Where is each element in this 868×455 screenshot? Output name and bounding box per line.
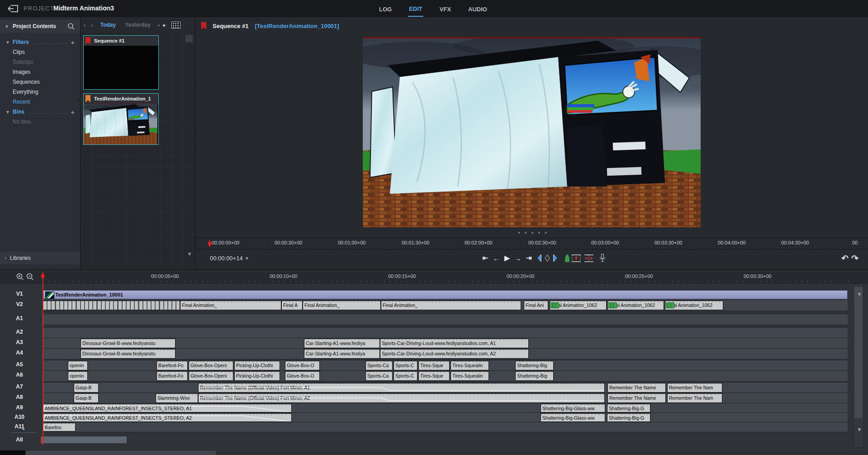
tile-view-icon[interactable] [171,22,180,29]
add-filters-icon[interactable]: + [71,38,75,46]
history-back-icon[interactable]: ‹ [84,22,85,29]
sidebar-section-filters[interactable]: ▼Filters+ [0,37,80,47]
clip-remember-the-name-official-video-fort-mi[interactable]: Remember The Name (Official Video) Fort … [198,393,605,403]
clip-glove-box-o[interactable]: Glove-Box-O [285,361,320,370]
track-lane-a1[interactable] [43,314,848,325]
track-lane-a10[interactable]: AMBIENCE_QUEENSLAND_RAINFOREST_INSECTS_S… [43,412,848,423]
play-button[interactable]: ▶ [502,253,512,263]
frame-strip-clips[interactable] [43,301,180,310]
redo-button[interactable]: ↷ [850,253,860,263]
clip-picking-up-clothi[interactable]: Picking-Up-Clothi [234,361,280,370]
track-label-a9[interactable]: A9 [0,404,39,411]
clip-shattering-big-g[interactable]: Shattering-Big-G [607,404,650,412]
clip-final-a[interactable]: Final A [281,301,303,310]
clip-barefoo[interactable]: Barefoo [43,423,76,431]
clip-final-animation-1062[interactable]: Final Animation_1062 [665,301,723,310]
video-frame[interactable] [363,37,701,227]
sidebar-item-no-bins[interactable]: No bins [0,117,80,127]
viewer-timeline-ruler[interactable]: 00:00:00+0000:00:30+0000:01:00+0000:01:3… [196,238,868,249]
insert-edit-icon[interactable] [571,253,581,263]
clip-final-animation-[interactable]: Final Animation_ [180,301,281,310]
filter-today[interactable]: Today [100,22,116,28]
timecode-chevron-icon[interactable]: ▼ [245,256,249,261]
track-label-all[interactable]: All [0,436,39,443]
project-contents-header[interactable]: ▼ Project Contents [0,20,80,33]
clip-remember-the-name[interactable]: Remember The Name [607,393,666,403]
track-label-a11[interactable]: A11 [0,423,39,430]
clip-ambience-queensland-rainforest-insects-s[interactable]: AMBIENCE_QUEENSLAND_RAINFOREST_INSECTS_S… [43,413,292,422]
tile-testrenderanimation-1[interactable]: TestRenderAnimation_1 [83,93,159,145]
tab-edit[interactable]: EDIT [408,1,423,17]
undo-button[interactable]: ↶ [840,253,850,263]
clip-openin[interactable]: openin [68,361,88,370]
track-lane-a7[interactable]: Gasp-BRemember The Name (Official Video)… [43,382,848,393]
tile-sequence-1[interactable]: Sequence #1 [83,35,159,90]
add-bins-icon[interactable]: + [71,108,75,116]
libraries-section[interactable]: › Libraries [0,252,80,264]
clip-final-ani[interactable]: Final Ani [524,301,548,310]
bookmark-icon[interactable] [85,95,90,103]
track-lane-a8[interactable]: Gasp-BSlamming-WooRemember The Name (Off… [43,393,848,404]
track-label-a3[interactable]: A3 [0,339,39,345]
clip-tires-squealin[interactable]: Tires-Squealin [451,361,489,370]
clip-barefoot-fo[interactable]: Barefoot-Fo [157,371,188,381]
zoom-in-icon[interactable] [16,273,24,281]
clip-sports-c[interactable]: Sports-C [394,371,417,381]
clip-final-animation-1062[interactable]: Final Animation_1062 [550,301,607,310]
clip-glove-box-openi[interactable]: Glove-Box-Openi [189,361,233,370]
timeline-playhead-marker[interactable] [41,273,45,280]
track-label-a1[interactable]: A1 [0,315,39,321]
viewer-source-name[interactable]: [TestRenderAnimation_10001] [255,23,339,29]
go-to-end-button[interactable]: ⇥ [524,253,534,263]
clip-sports-ca[interactable]: Sports-Ca [365,371,393,381]
tab-log[interactable]: LOG [378,1,393,16]
clip-car-starting-a1-www-fesliya[interactable]: Car-Starting-A1-www.fesliya [304,349,380,359]
record-voiceover-icon[interactable] [598,253,607,263]
clip-sports-c[interactable]: Sports-C [394,361,417,370]
collapse-chevron-icon[interactable]: ▼ [5,24,9,29]
clip-picking-up-clothi[interactable]: Picking-Up-Clothi [234,371,280,381]
track-lane-a11[interactable]: Barefoo [43,422,848,432]
clip-tires-squealin[interactable]: Tires-Squealin [451,371,489,381]
track-label-a10[interactable]: A10 [0,414,39,420]
exit-project-button[interactable] [7,4,19,14]
track-label-a7[interactable]: A7 [0,383,39,390]
clip-sports-ca[interactable]: Sports-Ca [365,361,393,370]
clip-ambience-queensland-rainforest-insects-s[interactable]: AMBIENCE_QUEENSLAND_RAINFOREST_INSECTS_S… [43,404,292,412]
sidebar-item-images[interactable]: Images [0,67,80,77]
bookmark-icon[interactable] [85,37,90,45]
clip-tires-sque[interactable]: Tires-Sque [418,371,450,381]
track-lane-a4[interactable]: Dinosaur-Growl-B-www.fesliyanstuCar-Star… [43,348,848,359]
clip-shattering-big-glass-ww[interactable]: Shattering-Big-Glass-ww [541,413,605,422]
sequence-bookmark-icon[interactable] [201,22,206,30]
clip-dinosaur-growl-b-www-fesliyanstu[interactable]: Dinosaur-Growl-B-www.fesliyanstu [81,339,175,348]
track-label-v1[interactable]: V1 [0,291,39,297]
clip-final-animation-1062[interactable]: Final Animation_1062 [607,301,664,310]
step-forward-button[interactable]: → [513,253,523,263]
track-label-a2[interactable]: A2 [0,329,39,335]
search-icon[interactable] [67,23,75,30]
track-lane-a9[interactable]: AMBIENCE_QUEENSLAND_RAINFOREST_INSECTS_S… [43,403,848,413]
sidebar-item-clips[interactable]: Clips [0,47,80,57]
track-label-a5[interactable]: A5 [0,361,39,368]
project-menu-chevron-icon[interactable]: ▼ [105,5,110,11]
clip-shattering-big-g[interactable]: Shattering-Big-G [607,413,650,422]
sidebar-item-everything[interactable]: Everything [0,87,80,97]
tab-audio[interactable]: AUDIO [467,1,488,16]
track-label-v2[interactable]: V2 [0,301,39,307]
clip-remember-the-nam[interactable]: Remember The Nam [667,393,722,403]
track-label-a6[interactable]: A6 [0,372,39,378]
track-label-a4[interactable]: A4 [0,350,39,356]
clip-car-starting-a1-www-fesliya[interactable]: Car-Starting-A1-www.fesliya [304,339,380,348]
clip-final-animation-[interactable]: Final Animation_ [303,301,381,310]
clip-shattering-big[interactable]: Shattering-Big [515,361,554,370]
clip-remember-the-name[interactable]: Remember The Name [607,383,666,393]
page-forward-icon[interactable]: ► [162,23,167,28]
clip-remember-the-nam[interactable]: Remember The Nam [667,383,722,393]
sidebar-item-sequences[interactable]: Sequences [0,77,80,87]
viewer-playhead-marker[interactable] [208,240,212,247]
sidebar-item-recent[interactable]: Recent [0,97,80,107]
go-to-start-button[interactable]: ⇤ [480,253,490,263]
tile-thumbnail[interactable] [84,104,158,144]
filter-yesterday[interactable]: Yesterday [125,22,151,28]
